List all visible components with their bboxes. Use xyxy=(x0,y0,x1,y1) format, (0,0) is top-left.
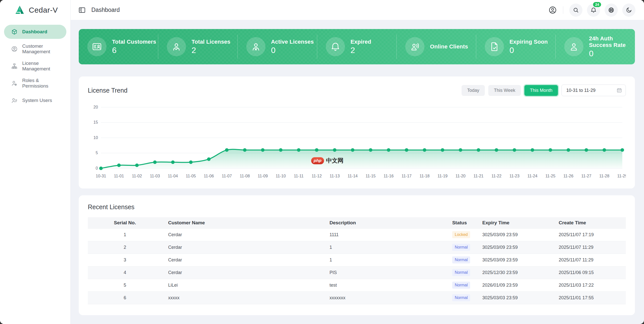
cell-serial: 4 xyxy=(88,266,162,279)
svg-text:11-09: 11-09 xyxy=(258,174,268,178)
column-header-customer-name: Customer Name xyxy=(162,217,324,228)
sidebar-item-customer-management[interactable]: Customer Management xyxy=(4,42,66,56)
svg-text:15: 15 xyxy=(93,120,98,125)
sidebar-item-label: System Users xyxy=(22,98,52,103)
cell-description: 1 xyxy=(324,241,446,254)
stat-icon-wrap xyxy=(167,37,186,56)
stat-card-expiring-soon: Expiring Soon0 xyxy=(476,35,555,59)
cell-customer: Cerdar xyxy=(162,241,324,254)
notifications-button[interactable]: 24 xyxy=(587,4,600,17)
cell-expiry: 3025/03/09 23:59 xyxy=(476,241,553,254)
cell-expiry: 2026/01/09 23:59 xyxy=(476,279,553,291)
search-button[interactable] xyxy=(569,4,582,17)
sidebar-collapse-icon[interactable] xyxy=(78,6,86,14)
logo-text: Cedar-V xyxy=(29,6,58,14)
svg-text:11-27: 11-27 xyxy=(581,174,592,178)
svg-text:11-18: 11-18 xyxy=(419,174,430,178)
app-window: Cedar-V DashboardCustomer ManagementLice… xyxy=(0,0,644,324)
stat-label: Active Licenses xyxy=(271,39,314,45)
stat-value: 6 xyxy=(112,46,156,55)
stat-label: Expiring Soon xyxy=(509,39,548,45)
cell-created: 2025/11/07 11:29 xyxy=(553,241,626,254)
stat-label: Expired xyxy=(351,39,371,45)
cell-status: Normal xyxy=(446,241,476,254)
stat-value: 0 xyxy=(589,49,635,58)
person-x-icon xyxy=(251,41,261,52)
sidebar-nav: DashboardCustomer ManagementLicense Mana… xyxy=(0,20,70,112)
date-range-picker[interactable]: 10-31 to 11-29 xyxy=(561,85,626,96)
line-chart: 0510152010-3111-0111-0211-0311-0411-0511… xyxy=(88,103,626,181)
svg-text:11-28: 11-28 xyxy=(599,174,609,178)
dark-mode-button[interactable] xyxy=(622,4,635,17)
table-row[interactable]: 2Cerdar1Normal3025/03/09 23:592025/11/07… xyxy=(88,241,626,254)
stat-value: 0 xyxy=(509,46,548,55)
stat-label: Total Licenses xyxy=(192,39,230,45)
table-row[interactable]: 3Cerdar1Normal3025/03/09 23:592025/11/07… xyxy=(88,254,626,266)
cube-icon xyxy=(11,29,18,35)
stat-icon-wrap xyxy=(87,37,106,56)
table-row[interactable]: 5LiLeitestNormal2026/01/09 23:592025/11/… xyxy=(88,279,626,291)
status-badge: Locked xyxy=(452,231,470,238)
svg-text:5: 5 xyxy=(96,151,98,155)
notification-badge: 24 xyxy=(593,2,601,7)
cell-status: Normal xyxy=(446,254,476,266)
stat-card-expired: Expired2 xyxy=(317,35,396,59)
svg-text:11-05: 11-05 xyxy=(186,174,196,178)
sidebar-item-roles-permissions[interactable]: Roles & Permissions xyxy=(4,76,66,90)
search-icon xyxy=(573,7,579,13)
customer-icon xyxy=(11,46,18,52)
cell-serial: 1 xyxy=(88,228,162,241)
stat-label: 24h Auth Success Rate xyxy=(589,35,635,48)
svg-text:0: 0 xyxy=(96,166,98,170)
stat-card-total-customers: Total Customers6 xyxy=(79,35,158,59)
stat-icon-wrap xyxy=(485,37,504,56)
sidebar-item-license-management[interactable]: License Management xyxy=(4,59,66,73)
stat-value: 2 xyxy=(192,46,230,55)
column-header-create-time: Create Time xyxy=(553,217,626,228)
cell-created: 2025/11/01 17:55 xyxy=(553,291,626,304)
stats-banner: Total Customers6Total Licenses2Active Li… xyxy=(79,29,635,64)
svg-text:11-01: 11-01 xyxy=(114,174,124,178)
bell-icon xyxy=(330,41,341,52)
header-divider xyxy=(563,6,563,14)
cell-description: PIS xyxy=(324,266,446,279)
language-button[interactable] xyxy=(605,4,618,17)
column-header-expiry-time: Expiry Time xyxy=(476,217,553,228)
table-row[interactable]: 1Cerdar1111Locked3025/03/09 23:592025/11… xyxy=(88,228,626,241)
cell-customer: xxxxx xyxy=(162,291,324,304)
svg-text:11-21: 11-21 xyxy=(473,174,484,178)
filter-this-month[interactable]: This Month xyxy=(524,85,558,96)
sidebar-item-dashboard[interactable]: Dashboard xyxy=(4,25,66,39)
filter-today[interactable]: Today xyxy=(462,85,485,96)
svg-text:11-23: 11-23 xyxy=(509,174,520,178)
svg-text:11-24: 11-24 xyxy=(527,174,538,178)
stat-icon-wrap xyxy=(564,37,583,56)
stat-label: Online Clients xyxy=(430,43,468,50)
svg-text:11-13: 11-13 xyxy=(330,174,340,178)
account-icon[interactable] xyxy=(548,6,557,14)
doc-check-icon xyxy=(489,41,500,52)
column-header-description: Description xyxy=(324,217,446,228)
sitemap-icon xyxy=(11,63,18,69)
sidebar-item-system-users[interactable]: System Users xyxy=(4,93,66,107)
cell-expiry: 2025/12/30 23:59 xyxy=(476,266,553,279)
status-badge: Normal xyxy=(452,269,470,276)
trend-title: License Trend xyxy=(88,87,127,94)
cell-created: 2025/11/07 11:29 xyxy=(553,254,626,266)
stat-value: 2 xyxy=(351,46,371,55)
sidebar-item-label: Customer Management xyxy=(22,43,66,55)
cell-customer: Cerdar xyxy=(162,254,324,266)
cell-serial: 5 xyxy=(88,279,162,291)
sidebar-item-label: Roles & Permissions xyxy=(22,78,66,89)
sidebar-item-label: License Management xyxy=(22,61,66,72)
globe-icon xyxy=(608,7,614,13)
svg-text:11-08: 11-08 xyxy=(240,174,250,178)
filter-this-week[interactable]: This Week xyxy=(488,85,521,96)
table-row[interactable]: 6xxxxxxxxxxxxNormal3025/03/03 23:592025/… xyxy=(88,291,626,304)
svg-text:11-29: 11-29 xyxy=(617,174,626,178)
cell-expiry: 3025/03/03 23:59 xyxy=(476,291,553,304)
status-badge: Normal xyxy=(452,282,470,288)
broadcast-person-icon xyxy=(410,41,420,52)
table-row[interactable]: 4CerdarPISNormal2025/12/30 23:592025/11/… xyxy=(88,266,626,279)
cell-description: test xyxy=(324,279,446,291)
